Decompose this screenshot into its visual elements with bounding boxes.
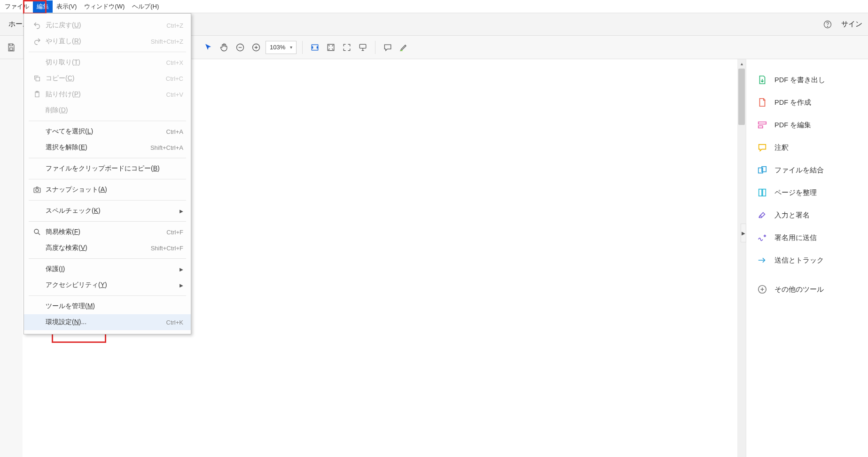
chevron-down-icon: ▾ <box>290 45 292 50</box>
fit-page-icon[interactable] <box>324 41 337 54</box>
zoom-dropdown[interactable]: 103% ▾ <box>266 41 297 54</box>
menu-undo[interactable]: 元に戻す(U) Ctrl+Z <box>24 17 191 33</box>
left-gutter <box>0 59 23 457</box>
undo-icon <box>31 21 44 30</box>
submenu-arrow-icon: ▶ <box>180 283 183 288</box>
selection-arrow-icon[interactable] <box>202 41 215 54</box>
tool-label: PDF を書き出し <box>774 76 825 85</box>
menu-protection[interactable]: 保護(I) ▶ <box>24 261 191 277</box>
redo-icon <box>31 37 44 46</box>
menu-paste[interactable]: 貼り付け(P) Ctrl+V <box>24 86 191 102</box>
help-icon[interactable] <box>821 18 834 31</box>
combine-icon <box>757 164 768 176</box>
scroll-up-arrow[interactable]: ▴ <box>737 59 746 68</box>
menu-window[interactable]: ウィンドウ(W) <box>80 0 128 13</box>
menu-select-all[interactable]: すべてを選択(L) Ctrl+A <box>24 124 191 139</box>
menu-copy-file-clipboard[interactable]: ファイルをクリップボードにコピー(B) <box>24 161 191 177</box>
tool-label: その他のツール <box>774 285 824 294</box>
tool-organize[interactable]: ページを整理 <box>746 181 868 204</box>
menu-copy[interactable]: コピー(C) Ctrl+C <box>24 70 191 86</box>
tool-combine[interactable]: ファイルを結合 <box>746 159 868 181</box>
tool-more-tools[interactable]: その他のツール <box>746 278 868 301</box>
svg-rect-12 <box>759 189 762 196</box>
organize-icon <box>757 187 768 198</box>
camera-icon <box>31 186 44 194</box>
menu-preferences[interactable]: 環境設定(N)... Ctrl+K <box>24 314 191 330</box>
svg-rect-2 <box>10 47 13 50</box>
tool-label: PDF を編集 <box>774 121 811 130</box>
tool-comment[interactable]: 注釈 <box>746 136 868 159</box>
read-mode-icon[interactable] <box>356 41 369 54</box>
zoom-value: 103% <box>270 44 285 51</box>
menu-help[interactable]: ヘルプ(H) <box>128 0 163 13</box>
tool-send-track[interactable]: 送信とトラック <box>746 249 868 271</box>
tool-label: 送信とトラック <box>774 256 824 265</box>
export-pdf-icon <box>757 74 768 85</box>
svg-rect-8 <box>759 122 766 124</box>
tool-label: 注釈 <box>774 143 789 152</box>
more-tools-icon <box>757 284 768 295</box>
tool-label: ファイルを結合 <box>774 166 824 175</box>
scrollbar-vertical[interactable]: ▴ <box>737 59 746 457</box>
search-icon <box>31 228 44 236</box>
menu-accessibility[interactable]: アクセシビリティ(Y) ▶ <box>24 277 191 293</box>
edit-pdf-icon <box>757 119 768 131</box>
signin-link[interactable]: サイン <box>841 20 862 29</box>
hand-pan-icon[interactable] <box>218 41 231 54</box>
comment-bubble-icon[interactable] <box>381 41 394 54</box>
svg-point-19 <box>36 189 39 192</box>
fullscreen-icon[interactable] <box>340 41 353 54</box>
menu-redo[interactable]: やり直し(R) Shift+Ctrl+Z <box>24 33 191 49</box>
menu-view[interactable]: 表示(V) <box>53 0 80 13</box>
paste-icon <box>31 91 44 98</box>
svg-rect-15 <box>36 77 39 81</box>
collapse-panel-icon[interactable]: ▶ <box>741 224 746 242</box>
tool-label: PDF を作成 <box>774 98 811 107</box>
tool-send-signature[interactable]: 署名用に送信 <box>746 226 868 249</box>
svg-point-20 <box>34 229 39 233</box>
submenu-arrow-icon: ▶ <box>180 267 183 272</box>
edit-menu-dropdown: 元に戻す(U) Ctrl+Z やり直し(R) Shift+Ctrl+Z 切り取り… <box>23 13 191 334</box>
svg-point-1 <box>828 26 828 26</box>
zoom-out-icon[interactable] <box>234 41 247 54</box>
menu-spellcheck[interactable]: スペルチェック(K) ▶ <box>24 203 191 219</box>
tool-export-pdf[interactable]: PDF を書き出し <box>746 69 868 91</box>
menu-snapshot[interactable]: スナップショット(A) <box>24 182 191 198</box>
tool-fill-sign[interactable]: 入力と署名 <box>746 204 868 226</box>
menu-advanced-find[interactable]: 高度な検索(V) Shift+Ctrl+F <box>24 240 191 256</box>
highlighter-icon[interactable] <box>397 41 410 54</box>
menu-edit[interactable]: 編集 <box>33 0 53 13</box>
svg-rect-9 <box>759 126 763 128</box>
menu-cut[interactable]: 切り取り(T) Ctrl+X <box>24 54 191 70</box>
menu-delete[interactable]: 削除(D) <box>24 102 191 118</box>
menubar: ファイル 編集 表示(V) ウィンドウ(W) ヘルプ(H) <box>0 0 868 13</box>
svg-rect-13 <box>763 189 766 196</box>
tool-label: 入力と署名 <box>774 211 810 220</box>
menu-manage-tools[interactable]: ツールを管理(M) <box>24 298 191 314</box>
scroll-thumb[interactable] <box>738 69 745 125</box>
zoom-in-icon[interactable] <box>250 41 263 54</box>
send-signature-icon <box>757 232 768 243</box>
tool-create-pdf[interactable]: PDF を作成 <box>746 91 868 114</box>
menu-deselect[interactable]: 選択を解除(E) Shift+Ctrl+A <box>24 139 191 155</box>
tool-label: ページを整理 <box>774 188 817 197</box>
fill-sign-icon <box>757 209 768 221</box>
svg-rect-7 <box>360 44 366 48</box>
save-icon[interactable] <box>5 41 18 54</box>
menu-find[interactable]: 簡易検索(F) Ctrl+F <box>24 224 191 240</box>
fit-width-icon[interactable] <box>308 41 321 54</box>
submenu-arrow-icon: ▶ <box>180 209 183 214</box>
send-track-icon <box>757 255 768 266</box>
copy-icon <box>31 75 44 82</box>
tool-edit-pdf[interactable]: PDF を編集 <box>746 114 868 136</box>
menu-file[interactable]: ファイル <box>1 0 33 13</box>
right-tools-panel: ▶ PDF を書き出し PDF を作成 PDF を編集 注釈 ファイルを結合 ペ… <box>746 59 868 457</box>
create-pdf-icon <box>757 97 768 108</box>
tool-label: 署名用に送信 <box>774 233 817 242</box>
comment-icon <box>757 142 768 153</box>
